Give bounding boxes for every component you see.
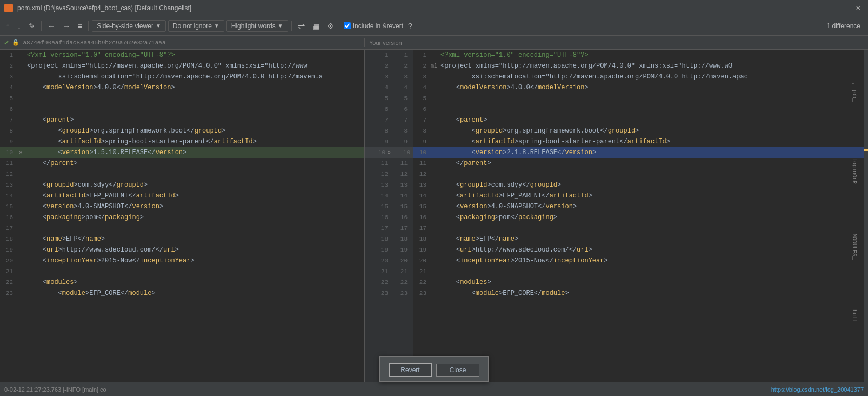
close-dialog-button[interactable]: Close [436, 364, 479, 377]
menu-button[interactable]: ≡ [75, 20, 85, 32]
line-number: 5 [0, 93, 16, 104]
prev-diff-button[interactable]: ↑ [3, 20, 12, 32]
close-button[interactable]: ✕ [853, 2, 864, 14]
line-content [25, 223, 364, 234]
column-button[interactable]: ▦ [310, 20, 322, 32]
line-content: <artifactId>spring-boot-starter-parent</… [438, 136, 868, 147]
line-marker [16, 245, 25, 255]
line-marker [430, 288, 438, 299]
line-marker [16, 82, 25, 93]
line-content: xsi:schemaLocation="http://maven.apache.… [438, 71, 868, 82]
edit-button[interactable]: ✎ [26, 20, 38, 32]
diff-count: 1 difference [827, 22, 865, 30]
line-number: 13 [0, 180, 16, 190]
line-content: <module>EFP_CORE</module> [25, 288, 364, 299]
line-number: 13 [413, 180, 430, 190]
include-revert-checkbox[interactable] [344, 22, 351, 29]
line-content: <version>2.1.8.RELEASE</version> [438, 147, 868, 158]
line-number: 3 [413, 71, 430, 82]
forward-button[interactable]: → [60, 20, 73, 32]
forward-arrow-icon: → [63, 22, 70, 30]
line-marker [16, 50, 25, 61]
line-number: 20 [0, 255, 16, 266]
center-gutter: 1 1 2 2 3 3 4 4 5 5 6 6 7 7 8 8 9 9 10 »… [365, 50, 413, 382]
back-button[interactable]: ← [45, 20, 58, 32]
right-code-area[interactable]: 1 <?xml version="1.0" encoding="UTF-8"?>… [413, 50, 868, 382]
line-content: <version>4.0-SNAPSHOT</version> [438, 201, 868, 212]
column-icon: ▦ [312, 22, 319, 30]
code-line-19: 19 <url>http://www.sdecloud.com/</url> [413, 245, 868, 255]
code-line-12: 12 [0, 169, 364, 180]
center-left-num: 15 [371, 201, 388, 212]
line-marker [16, 169, 25, 180]
highlight-dropdown[interactable]: Highlight words ▼ [226, 20, 288, 32]
next-diff-button[interactable]: ↓ [15, 20, 24, 32]
center-line-10: 10 » 10 [365, 147, 413, 158]
code-line-18: 18 <name>EFP</name> [413, 234, 868, 245]
status-link[interactable]: https://blog.csdn.net/log_20041377 [771, 386, 864, 393]
code-line-11: 11 </parent> [0, 158, 364, 169]
back-arrow-icon: ← [48, 22, 55, 30]
center-left-num: 11 [371, 158, 388, 169]
center-right-num: 16 [390, 212, 408, 223]
center-right-num: 14 [390, 190, 408, 201]
code-line-22: 22 <modules> [0, 277, 364, 288]
left-code-area[interactable]: 1 <?xml version="1.0" encoding="UTF-8"?>… [0, 50, 364, 382]
center-right-num: 5 [390, 93, 408, 104]
revert-button[interactable]: Revert [389, 363, 432, 377]
line-marker [430, 245, 438, 255]
center-line-18: 18 18 [365, 234, 413, 245]
center-right-num: 6 [390, 104, 408, 115]
status-bar: 0-02-12 21:27:23.763 |-INFO [main] co ht… [0, 382, 868, 396]
code-line-23: 23 <module>EFP_CORE</module> [413, 288, 868, 299]
sidebar-hint-1: , job_ [851, 82, 857, 102]
settings-button[interactable]: ⚙ [324, 20, 337, 32]
center-line-13: 13 13 [365, 180, 413, 190]
line-number: 6 [0, 104, 16, 115]
center-right-num: 2 [390, 61, 408, 71]
center-line-7: 7 7 [365, 115, 413, 126]
line-number: 18 [413, 234, 430, 245]
center-right-num: 1 [390, 50, 408, 61]
code-line-5: 5 [0, 93, 364, 104]
center-right-num: 20 [390, 255, 408, 266]
scrollbar[interactable] [864, 50, 868, 382]
line-number: 14 [413, 190, 430, 201]
line-marker [16, 61, 25, 71]
line-marker [430, 234, 438, 245]
line-number: 5 [413, 93, 430, 104]
line-marker [16, 212, 25, 223]
include-revert-checkbox-label[interactable]: Include in &revert [344, 22, 403, 30]
line-marker [430, 266, 438, 277]
center-left-num: 21 [371, 266, 388, 277]
line-marker [430, 190, 438, 201]
code-line-2: 2 ml <project xmlns="http://maven.apache… [413, 61, 868, 71]
line-number: 9 [0, 136, 16, 147]
line-marker [430, 158, 438, 169]
center-left-num: 10 [368, 147, 385, 158]
help-button[interactable]: ? [405, 20, 415, 32]
separator-1 [41, 21, 42, 31]
line-marker [430, 126, 438, 136]
code-line-13: 13 <groupId>com.sdyy</groupId> [0, 180, 364, 190]
code-line-9: 9 <artifactId>spring-boot-starter-parent… [0, 136, 364, 147]
center-left-num: 2 [371, 61, 388, 71]
line-marker [16, 234, 25, 245]
line-number: 10 [0, 147, 16, 158]
line-content: xsi:schemaLocation="http://maven.apache.… [25, 71, 364, 82]
center-line-3: 3 3 [365, 71, 413, 82]
center-line-19: 19 19 [365, 245, 413, 255]
line-number: 23 [0, 288, 16, 299]
code-line-19: 19 <url>http://www.sdecloud.com/</url> [0, 245, 364, 255]
equalize-button[interactable]: ⇌ [295, 19, 308, 32]
center-right-num: 22 [390, 277, 408, 288]
center-right-num: 9 [390, 136, 408, 147]
revert-close-dialog: Revert Close [379, 356, 489, 382]
ignore-dropdown[interactable]: Do not ignore ▼ [168, 20, 224, 32]
viewer-dropdown[interactable]: Side-by-side viewer ▼ [92, 20, 166, 32]
highlight-dropdown-arrow: ▼ [278, 23, 283, 29]
line-number: 22 [0, 277, 16, 288]
line-content: <packaging>pom</packaging> [25, 212, 364, 223]
line-number: 11 [413, 158, 430, 169]
line-marker [430, 169, 438, 180]
